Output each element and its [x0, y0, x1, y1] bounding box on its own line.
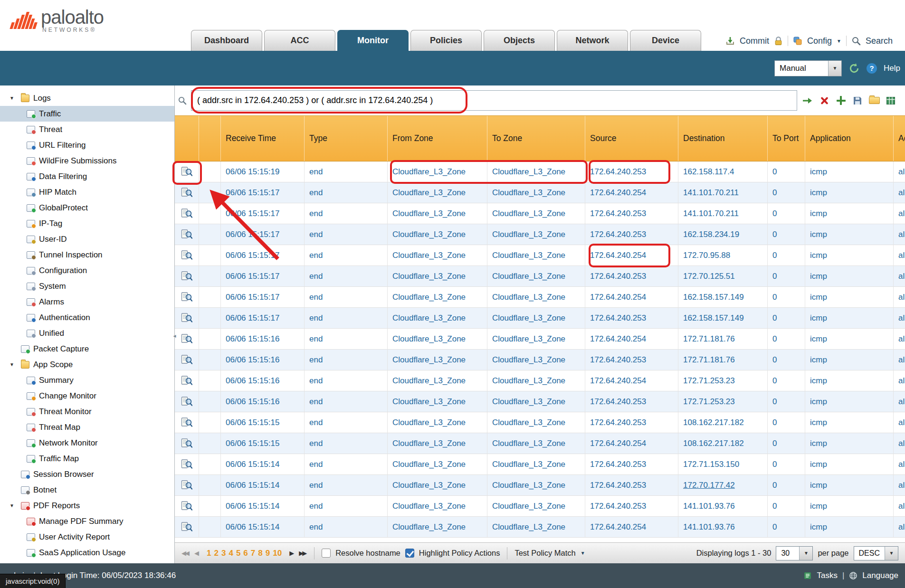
- log-detail-cell[interactable]: [175, 454, 199, 475]
- column-header-type[interactable]: Type: [305, 116, 388, 161]
- sidebar-item-threat-monitor[interactable]: Threat Monitor: [0, 404, 174, 419]
- config-icon[interactable]: [793, 36, 802, 46]
- tab-objects[interactable]: Objects: [484, 30, 555, 51]
- log-detail-icon[interactable]: [181, 187, 193, 198]
- sort-order-caret-icon[interactable]: ▼: [885, 547, 898, 560]
- next-page-button[interactable]: ▶: [289, 550, 294, 557]
- sidebar-item-pdf-reports[interactable]: ▼PDF Reports: [0, 498, 174, 513]
- resolve-hostname-checkbox[interactable]: [322, 549, 331, 558]
- sidebar-item-system[interactable]: System: [0, 278, 174, 294]
- highlight-policy-actions-checkbox[interactable]: [405, 549, 414, 558]
- destination-cell[interactable]: 172.70.177.42: [678, 475, 768, 496]
- log-detail-cell[interactable]: [175, 203, 199, 224]
- page-number-2[interactable]: 2: [214, 549, 218, 558]
- search-button[interactable]: Search: [866, 36, 893, 46]
- tab-acc[interactable]: ACC: [264, 30, 335, 51]
- log-detail-cell[interactable]: [175, 224, 199, 245]
- test-policy-match-button[interactable]: Test Policy Match: [514, 549, 575, 558]
- log-detail-icon[interactable]: [181, 459, 193, 470]
- page-number-5[interactable]: 5: [236, 549, 240, 558]
- log-detail-cell[interactable]: [175, 412, 199, 433]
- sidebar-item-url-filtering[interactable]: URL Filtering: [0, 137, 174, 153]
- sidebar-item-threat[interactable]: Threat: [0, 122, 174, 137]
- page-number-6[interactable]: 6: [243, 549, 248, 558]
- log-detail-cell[interactable]: [175, 182, 199, 203]
- sort-order-select[interactable]: DESC ▼: [854, 546, 898, 560]
- sidebar-item-globalprotect[interactable]: GlobalProtect: [0, 200, 174, 216]
- page-number-9[interactable]: 9: [266, 549, 270, 558]
- sidebar-item-session-browser[interactable]: ▼Session Browser: [0, 466, 174, 482]
- sidebar-item-threat-map[interactable]: Threat Map: [0, 419, 174, 435]
- log-detail-icon[interactable]: [181, 333, 193, 344]
- per-page-select[interactable]: 30 ▼: [776, 546, 813, 560]
- log-filter-input[interactable]: [191, 90, 797, 111]
- page-number-1[interactable]: 1: [207, 549, 211, 558]
- sidebar-item-manage-pdf-summary[interactable]: Manage PDF Summary: [0, 513, 174, 529]
- log-detail-cell[interactable]: [175, 391, 199, 412]
- log-detail-icon[interactable]: [181, 438, 193, 449]
- lock-icon[interactable]: [774, 36, 783, 46]
- config-caret-icon[interactable]: ▼: [837, 38, 841, 44]
- log-detail-cell[interactable]: [175, 161, 199, 182]
- refresh-interval-caret-icon[interactable]: ▼: [828, 61, 841, 76]
- tree-expander-icon[interactable]: ▼: [10, 503, 21, 508]
- tree-expander-icon[interactable]: ▼: [10, 95, 21, 101]
- sidebar-item-user-activity-report[interactable]: User Activity Report: [0, 529, 174, 545]
- column-header-receive-time[interactable]: Receive Time: [221, 116, 305, 161]
- refresh-icon[interactable]: [848, 63, 860, 74]
- tab-dashboard[interactable]: Dashboard: [191, 30, 262, 51]
- page-number-7[interactable]: 7: [251, 549, 255, 558]
- language-button[interactable]: Language: [862, 571, 898, 580]
- commit-button[interactable]: Commit: [740, 36, 769, 46]
- prev-page-button[interactable]: ◀: [194, 550, 199, 557]
- log-detail-cell[interactable]: [175, 517, 199, 538]
- help-icon[interactable]: ?: [867, 63, 877, 74]
- first-page-button[interactable]: ◀◀: [181, 550, 190, 557]
- log-detail-cell[interactable]: [175, 308, 199, 329]
- help-label[interactable]: Help: [884, 64, 900, 73]
- log-detail-icon[interactable]: [181, 480, 193, 491]
- log-detail-icon[interactable]: [181, 208, 193, 219]
- sidebar-collapse-handle[interactable]: ◂: [171, 327, 178, 345]
- sidebar-item-change-monitor[interactable]: Change Monitor: [0, 388, 174, 404]
- config-button[interactable]: Config: [807, 36, 832, 46]
- log-detail-icon[interactable]: [181, 292, 193, 303]
- column-header-blank[interactable]: [199, 116, 221, 161]
- column-header-destination[interactable]: Destination: [678, 116, 768, 161]
- sidebar-item-saas-application-usage[interactable]: SaaS Application Usage: [0, 545, 174, 560]
- log-detail-icon[interactable]: [181, 522, 193, 532]
- page-number-4[interactable]: 4: [229, 549, 233, 558]
- column-header-source[interactable]: Source: [585, 116, 678, 161]
- log-detail-cell[interactable]: [175, 329, 199, 350]
- log-detail-cell[interactable]: [175, 350, 199, 370]
- sidebar-item-logs[interactable]: ▼Logs: [0, 90, 174, 106]
- tab-device[interactable]: Device: [630, 30, 701, 51]
- column-header-blank[interactable]: [175, 116, 199, 161]
- tab-network[interactable]: Network: [557, 30, 628, 51]
- log-detail-cell[interactable]: [175, 475, 199, 496]
- sidebar-item-ip-tag[interactable]: IP-Tag: [0, 216, 174, 231]
- commit-icon[interactable]: [725, 36, 735, 46]
- log-detail-icon[interactable]: [181, 229, 193, 240]
- export-logs-button[interactable]: [885, 95, 897, 107]
- log-detail-cell[interactable]: [175, 266, 199, 287]
- sidebar-item-unified[interactable]: Unified: [0, 325, 174, 341]
- sidebar-item-traffic[interactable]: Traffic: [0, 106, 174, 122]
- save-filter-button[interactable]: [851, 95, 864, 107]
- load-filter-button[interactable]: [868, 95, 880, 107]
- log-detail-icon[interactable]: [181, 396, 193, 407]
- sidebar-item-user-id[interactable]: User-ID: [0, 231, 174, 247]
- sidebar-item-network-monitor[interactable]: Network Monitor: [0, 435, 174, 451]
- per-page-caret-icon[interactable]: ▼: [799, 547, 812, 560]
- sidebar-item-authentication[interactable]: Authentication: [0, 310, 174, 325]
- log-detail-icon[interactable]: [181, 250, 193, 261]
- log-detail-icon[interactable]: [181, 354, 193, 365]
- sidebar-item-tunnel-inspection[interactable]: Tunnel Inspection: [0, 247, 174, 263]
- column-header-application[interactable]: Application: [805, 116, 894, 161]
- column-header-from-zone[interactable]: From Zone: [388, 116, 487, 161]
- page-number-10[interactable]: 10: [273, 549, 282, 558]
- tasks-icon[interactable]: [803, 571, 812, 580]
- sidebar-item-app-scope[interactable]: ▼App Scope: [0, 357, 174, 372]
- log-detail-cell[interactable]: [175, 433, 199, 454]
- sidebar-item-hip-match[interactable]: HIP Match: [0, 184, 174, 200]
